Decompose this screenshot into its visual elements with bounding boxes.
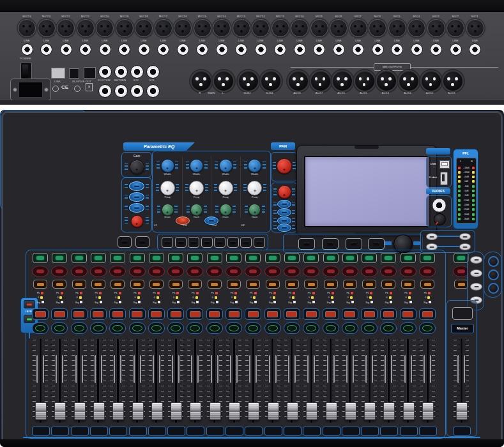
channel-on-button[interactable] <box>303 253 319 263</box>
channel-mute-button[interactable] <box>264 308 281 320</box>
channel-fader[interactable] <box>74 402 86 420</box>
channel-solo-button[interactable] <box>167 266 184 277</box>
channel-mute-button[interactable] <box>90 308 107 320</box>
channel-cue-button[interactable] <box>71 322 88 334</box>
channel-solo-button[interactable] <box>323 266 339 277</box>
channel-cue-button[interactable] <box>225 322 242 334</box>
channel-mute-button[interactable] <box>129 308 146 320</box>
channel-sel-button[interactable] <box>304 280 318 289</box>
channel-on-button[interactable] <box>342 253 358 263</box>
channel-solo-button[interactable] <box>419 266 436 277</box>
select-button-8[interactable] <box>254 237 265 248</box>
channel-sel-button[interactable] <box>324 280 338 289</box>
channel-mute-button[interactable] <box>148 308 165 320</box>
channel-mute-button[interactable] <box>284 308 300 320</box>
channel-solo-button[interactable] <box>187 266 203 277</box>
channel-mute-button[interactable] <box>109 308 126 320</box>
channel-cue-button[interactable] <box>264 322 281 334</box>
eq-width-knob-lm[interactable] <box>190 159 203 172</box>
channel-cue-button[interactable] <box>303 322 319 334</box>
channel-solo-button[interactable] <box>206 266 223 277</box>
master-layer-button-1[interactable] <box>470 256 482 264</box>
channel-cue-button[interactable] <box>129 322 146 334</box>
eq-width-knob-hm[interactable] <box>219 159 233 172</box>
channel-solo-button[interactable] <box>51 266 68 277</box>
select-button-6[interactable] <box>227 237 239 248</box>
channel-cue-button[interactable] <box>90 322 107 334</box>
pan-function-button-1[interactable] <box>277 200 291 208</box>
channel-cue-button[interactable] <box>400 322 416 334</box>
channel-sel-button[interactable] <box>52 280 66 289</box>
channel-on-button[interactable] <box>207 253 222 263</box>
channel-fader[interactable] <box>326 402 337 420</box>
channel-solo-button[interactable] <box>245 266 261 277</box>
screen-button-4[interactable] <box>368 238 385 250</box>
eq-width-knob-hf[interactable] <box>248 159 261 172</box>
left-function-button-2[interactable] <box>129 192 144 202</box>
channel-on-button[interactable] <box>187 253 202 263</box>
channel-solo-button[interactable] <box>225 266 242 277</box>
channel-cue-button[interactable] <box>419 322 436 334</box>
channel-solo-button[interactable] <box>264 266 281 277</box>
channel-mute-button[interactable] <box>342 308 358 320</box>
channel-sel-button[interactable] <box>130 280 144 289</box>
master-button[interactable]: Master <box>451 324 474 333</box>
channel-fader[interactable] <box>190 402 201 420</box>
left-red-button[interactable] <box>131 215 143 227</box>
channel-cue-button[interactable] <box>167 322 184 334</box>
channel-on-button[interactable] <box>362 253 377 263</box>
channel-on-button[interactable] <box>265 253 280 263</box>
channel-fader[interactable] <box>35 402 47 420</box>
channel-sel-button[interactable] <box>188 280 202 289</box>
channel-cue-button[interactable] <box>51 322 68 334</box>
channel-mute-button[interactable] <box>245 308 261 320</box>
channel-sel-button[interactable] <box>401 280 415 289</box>
left-function-button-1[interactable] <box>129 181 144 191</box>
channel-mute-button[interactable] <box>187 308 203 320</box>
channel-mute-button[interactable] <box>419 308 436 320</box>
channel-mute-button[interactable] <box>206 308 223 320</box>
channel-sel-button[interactable] <box>420 280 434 289</box>
channel-on-button[interactable] <box>149 253 164 263</box>
channel-solo-button[interactable] <box>380 266 397 277</box>
channel-fader[interactable] <box>132 402 144 420</box>
channel-mute-button[interactable] <box>225 308 242 320</box>
input-gain-knob[interactable] <box>130 160 144 174</box>
eq-mode-button[interactable] <box>204 216 218 225</box>
channel-sel-button[interactable] <box>227 280 241 289</box>
eq-on-button[interactable] <box>176 216 190 225</box>
channel-fader[interactable] <box>93 402 105 420</box>
channel-sel-button[interactable] <box>169 280 183 289</box>
channel-fader[interactable] <box>364 402 376 420</box>
right-round-button-2[interactable] <box>488 269 499 280</box>
channel-on-button[interactable] <box>381 253 396 263</box>
channel-on-button[interactable] <box>110 253 125 263</box>
channel-fader[interactable] <box>54 402 66 420</box>
channel-cue-button[interactable] <box>323 322 339 334</box>
channel-on-button[interactable] <box>33 253 48 263</box>
channel-cue-button[interactable] <box>342 322 358 334</box>
channel-sel-button[interactable] <box>246 280 260 289</box>
channel-mute-button[interactable] <box>361 308 378 320</box>
channel-cue-button[interactable] <box>109 322 126 334</box>
eq-freq-knob-lm[interactable] <box>189 181 204 195</box>
channel-solo-button[interactable] <box>303 266 319 277</box>
channel-on-button[interactable] <box>420 253 435 263</box>
channel-fader[interactable] <box>268 402 279 420</box>
channel-solo-button[interactable] <box>400 266 416 277</box>
channel-fader[interactable] <box>383 402 395 420</box>
channel-mute-button[interactable] <box>380 308 397 320</box>
pan-function-button-4[interactable] <box>277 224 291 232</box>
eq-gain-knob-lm[interactable] <box>190 204 202 216</box>
channel-mute-button[interactable] <box>400 308 416 320</box>
screen-button-2[interactable] <box>322 238 339 250</box>
channel-mute-button[interactable] <box>32 308 49 320</box>
master-layer-button-3[interactable] <box>470 283 482 291</box>
eq-gain-knob-hf[interactable] <box>248 204 261 216</box>
screen-button-1[interactable] <box>298 238 315 250</box>
channel-cue-button[interactable] <box>148 322 165 334</box>
channel-fader[interactable] <box>345 402 356 420</box>
quad-button-1[interactable] <box>426 233 438 240</box>
channel-sel-button[interactable] <box>72 280 86 289</box>
master-layer-button-2[interactable] <box>470 269 482 277</box>
